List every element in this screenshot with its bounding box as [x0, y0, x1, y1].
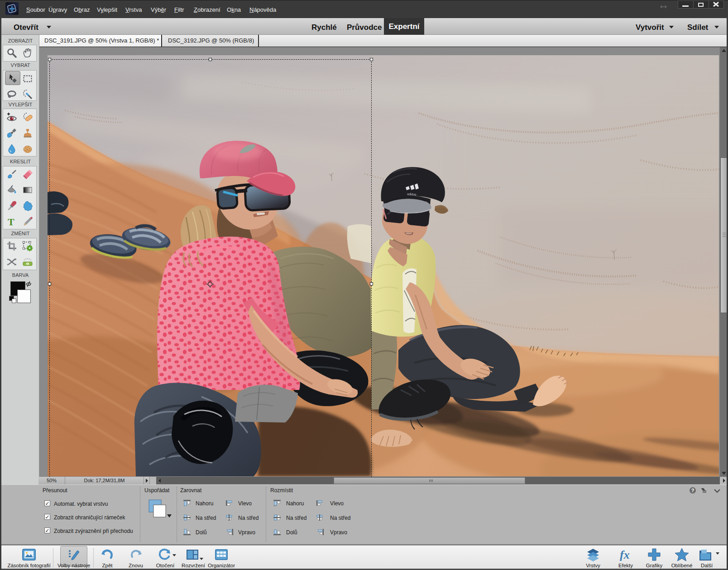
svg-text:T: T	[8, 216, 14, 227]
svg-text:?: ?	[691, 488, 694, 493]
svg-text:fx: fx	[620, 548, 630, 561]
